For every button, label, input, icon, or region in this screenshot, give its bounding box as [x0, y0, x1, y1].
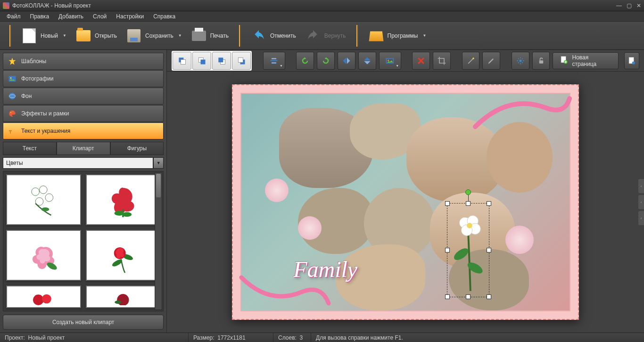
- redo-button[interactable]: Вернуть: [301, 25, 351, 46]
- layer-front-button[interactable]: [232, 52, 251, 70]
- menu-edit[interactable]: Правка: [25, 12, 54, 21]
- photo-icon: [8, 74, 17, 83]
- menu-add[interactable]: Добавить: [54, 12, 88, 21]
- new-page-label: Новая страница: [572, 54, 611, 67]
- resize-handle[interactable]: [487, 248, 491, 252]
- open-button[interactable]: Открыть: [71, 25, 122, 46]
- svg-rect-37: [539, 60, 543, 64]
- lock-button[interactable]: [532, 52, 550, 70]
- resize-handle[interactable]: [445, 201, 450, 206]
- tab-shapes[interactable]: Фигуры: [110, 142, 164, 155]
- fit-button[interactable]: ▼: [379, 52, 401, 70]
- wand-button[interactable]: [462, 52, 480, 70]
- svg-point-18: [33, 295, 44, 305]
- scroll-thumb[interactable]: [156, 174, 161, 197]
- canvas-text-family[interactable]: Family: [293, 256, 357, 282]
- clipart-item[interactable]: [6, 230, 81, 281]
- accordion-label: Фотографии: [21, 75, 54, 82]
- window-title: ФотоКОЛЛАЖ - Новый проект: [12, 2, 616, 9]
- menu-settings[interactable]: Настройки: [111, 12, 149, 21]
- undo-button[interactable]: Отменить: [247, 25, 301, 46]
- minimize-icon[interactable]: —: [616, 2, 622, 9]
- svg-point-1: [10, 77, 12, 79]
- svg-point-7: [32, 188, 40, 196]
- svg-point-35: [472, 57, 474, 59]
- close-icon[interactable]: ✕: [636, 2, 641, 9]
- status-help: Для вызова справки нажмите F1.: [311, 333, 644, 342]
- right-flyout-tabs: ‹ ‹ ‹: [638, 178, 644, 226]
- clipart-item[interactable]: [86, 230, 161, 281]
- maximize-icon[interactable]: ▢: [627, 2, 632, 9]
- selection-box[interactable]: [447, 203, 489, 297]
- layer-back-button[interactable]: [173, 52, 191, 70]
- rotate-handle[interactable]: [465, 189, 471, 195]
- create-clipart-button[interactable]: Создать новый клипарт: [3, 315, 164, 330]
- category-combo[interactable]: Цветы: [3, 157, 153, 169]
- clipart-item[interactable]: [86, 285, 161, 308]
- clipart-item[interactable]: [6, 285, 81, 308]
- menu-file[interactable]: Файл: [2, 12, 25, 21]
- resize-handle[interactable]: [445, 294, 450, 299]
- resize-handle[interactable]: [445, 248, 450, 252]
- svg-point-13: [122, 212, 132, 217]
- svg-point-41: [632, 61, 635, 64]
- accordion-photos[interactable]: Фотографии: [3, 70, 164, 87]
- collage-canvas[interactable]: Family: [232, 84, 579, 320]
- flip-vertical-button[interactable]: [358, 52, 376, 70]
- clipart-item[interactable]: [6, 174, 81, 225]
- menu-layer[interactable]: Слой: [88, 12, 111, 21]
- accordion-background[interactable]: Фон: [3, 88, 164, 105]
- flyout-tab[interactable]: ‹: [638, 211, 644, 225]
- layer-backward-button[interactable]: [192, 52, 211, 70]
- brush-button[interactable]: [482, 52, 500, 70]
- accordion-effects[interactable]: Эффекты и рамки: [3, 105, 164, 122]
- align-button[interactable]: ▼: [263, 52, 285, 70]
- accordion-templates[interactable]: Шаблоны: [3, 53, 164, 70]
- side-panel: Шаблоны Фотографии Фон Эффекты и рамки T…: [0, 50, 167, 333]
- svg-point-9: [45, 194, 53, 202]
- globe-icon: [8, 92, 17, 100]
- sub-tabs: Текст Клипарт Фигуры: [3, 142, 164, 155]
- canvas-area: ▼ ▼ Новая страница: [167, 50, 644, 333]
- clipart-item[interactable]: [86, 174, 161, 225]
- rotate-right-button[interactable]: [317, 52, 335, 70]
- settings-button[interactable]: [512, 52, 529, 70]
- svg-rect-31: [272, 58, 276, 59]
- scrollbar[interactable]: [155, 172, 162, 310]
- programs-button[interactable]: Программы▼: [364, 25, 431, 46]
- canvas-viewport[interactable]: Family: [167, 72, 644, 333]
- resize-handle[interactable]: [466, 294, 471, 299]
- flyout-tab[interactable]: ‹: [638, 195, 644, 209]
- text-icon: T: [8, 127, 17, 135]
- delete-button[interactable]: [412, 52, 430, 70]
- flip-horizontal-button[interactable]: [338, 52, 355, 70]
- rotate-left-button[interactable]: [296, 52, 314, 70]
- resize-handle[interactable]: [487, 294, 491, 299]
- new-page-button[interactable]: Новая страница: [553, 52, 618, 69]
- folder-open-icon: [76, 28, 91, 43]
- combo-dropdown-button[interactable]: ▼: [153, 157, 164, 169]
- menu-help[interactable]: Справка: [149, 12, 180, 21]
- box-icon: [369, 28, 384, 43]
- selected-clipart-flower[interactable]: [447, 204, 489, 296]
- canvas-background: Family: [240, 93, 570, 311]
- crop-button[interactable]: [433, 52, 451, 70]
- save-button[interactable]: Сохранить▼: [122, 25, 187, 46]
- tab-clipart[interactable]: Клипарт: [57, 142, 110, 155]
- printer-icon: [191, 28, 206, 43]
- resize-handle[interactable]: [487, 201, 491, 206]
- layer-forward-button[interactable]: [212, 52, 231, 70]
- page-settings-button[interactable]: [624, 52, 639, 69]
- resize-handle[interactable]: [466, 201, 471, 206]
- print-button[interactable]: Печать: [187, 25, 233, 46]
- palette-icon: [8, 109, 17, 118]
- svg-rect-32: [272, 62, 276, 64]
- svg-point-34: [388, 59, 389, 61]
- save-icon: [126, 28, 141, 43]
- new-button[interactable]: Новый▼: [17, 25, 71, 46]
- flyout-tab[interactable]: ‹: [638, 179, 644, 193]
- accordion-text-decor[interactable]: T Текст и украшения: [3, 122, 164, 139]
- status-size: Размер: 1772x1181: [189, 333, 273, 342]
- app-icon: [3, 2, 9, 9]
- tab-text[interactable]: Текст: [3, 142, 57, 155]
